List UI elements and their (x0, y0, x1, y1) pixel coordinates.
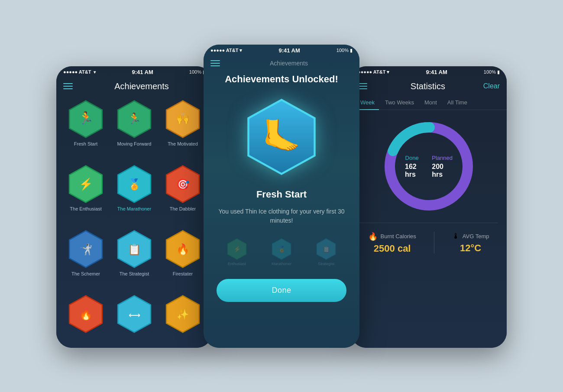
svg-text:🏃: 🏃 (128, 112, 141, 125)
stats-divider (359, 223, 498, 223)
label-the-schemer: The Schemer (71, 271, 100, 277)
faded-item-1: ⚡ Enthusiast (217, 238, 257, 266)
battery-center: 100% ▮ (337, 48, 353, 53)
battery-right: 100% ▮ (484, 69, 500, 75)
faded-label-3: Strategist (318, 262, 334, 266)
hamburger-line-c1 (210, 60, 220, 61)
hamburger-line-1 (63, 83, 73, 84)
label-the-marathoner: The Marathoner (117, 206, 151, 212)
metric-temp-header: 🌡 AVG Temp (452, 232, 489, 241)
label-the-enthusiast: The Enthusiast (70, 206, 101, 212)
badge-row4-3: ✨ (164, 295, 202, 333)
achievement-name: Fresh Start (256, 189, 307, 200)
label-the-dabbler: The Dabbler (170, 206, 196, 212)
hamburger-line-2 (63, 86, 73, 87)
achievement-row4-1[interactable]: 🔥 (65, 295, 107, 344)
svg-text:🏅: 🏅 (278, 246, 285, 253)
achievement-the-motivated[interactable]: 🙌 The Motivated (162, 100, 204, 158)
stats-header: Statistics Clear (351, 78, 507, 96)
hamburger-line-c2 (210, 63, 220, 64)
unlocked-header: Achievements (204, 56, 359, 69)
achievement-the-enthusiast[interactable]: ⚡ The Enthusiast (65, 165, 107, 223)
achievement-the-strategist[interactable]: 📋 The Strategist (113, 230, 155, 288)
svg-text:⟷: ⟷ (129, 310, 140, 320)
done-label: Done (405, 154, 419, 161)
progress-ring: Done 162 hrs Planned 200 hrs (381, 119, 476, 214)
label-the-strategist: The Strategist (120, 271, 149, 277)
achievement-row4-3[interactable]: ✨ (162, 295, 204, 344)
svg-text:🔥: 🔥 (176, 243, 190, 256)
planned-label: Planned (432, 154, 453, 161)
status-bar-left: ●●●●● AT&T ▾ 9:41 AM 100% ▮ (56, 66, 212, 78)
achievement-firestater[interactable]: 🔥 Firestater (162, 230, 204, 288)
carrier-center: ●●●●● AT&T ▾ (210, 48, 242, 53)
page-title-left: Achievements (78, 81, 205, 91)
label-the-motivated: The Motivated (168, 141, 198, 147)
calories-icon: 🔥 (368, 232, 378, 241)
tab-two-weeks[interactable]: Two Weeks (381, 96, 418, 110)
svg-text:🙌: 🙌 (176, 112, 190, 125)
achievement-row4-2[interactable]: ⟷ (113, 295, 155, 344)
faded-items: ⚡ Enthusiast 🏅 Marathoner (217, 238, 346, 266)
svg-text:🏅: 🏅 (128, 178, 141, 191)
faded-item-3: 📋 Strategist (306, 238, 346, 266)
achievement-the-dabbler[interactable]: 🎯 The Dabbler (162, 165, 204, 223)
metric-temp: 🌡 AVG Temp 12°C (452, 232, 489, 254)
badge-firestater: 🔥 (164, 230, 202, 268)
achievement-fresh-start[interactable]: 🏃 Fresh Start (65, 100, 107, 158)
svg-text:⚡: ⚡ (79, 177, 93, 191)
time-right: 9:41 AM (426, 69, 447, 75)
statistics-phone: ●●●●● AT&T ▾ 9:41 AM 100% ▮ Statistics C… (351, 66, 507, 348)
faded-label-2: Marathoner (272, 262, 291, 266)
hamburger-line-3 (63, 88, 73, 89)
done-button[interactable]: Done (217, 279, 346, 302)
svg-text:✨: ✨ (177, 308, 189, 321)
unlocked-main: Achievements Unlocked! 🦶 (204, 69, 359, 348)
big-achievement-badge: 🦶 (243, 98, 320, 176)
stats-page-title: Statistics (372, 81, 483, 91)
faded-label-1: Enthusiast (228, 262, 246, 266)
badge-the-strategist: 📋 (115, 230, 153, 268)
center-header-title: Achievements (225, 60, 353, 67)
badge-the-dabbler: 🎯 (164, 165, 202, 203)
metric-calories-header: 🔥 Burnt Calories (368, 232, 416, 241)
tab-all-time[interactable]: All Time (443, 96, 472, 110)
planned-value: 200 hrs (432, 162, 453, 178)
svg-text:⚡: ⚡ (233, 246, 241, 253)
clear-button[interactable]: Clear (483, 82, 500, 90)
achievement-the-schemer[interactable]: 🤺 The Schemer (65, 230, 107, 288)
achievement-desc: You used Thin Ice clothing for your very… (217, 207, 346, 225)
temp-label: AVG Temp (463, 233, 489, 240)
label-fresh-start: Fresh Start (74, 141, 97, 147)
time-left: 9:41 AM (132, 69, 153, 75)
stats-metrics: 🔥 Burnt Calories 2500 cal 🌡 AVG Temp 12°… (359, 232, 498, 254)
time-center: 9:41 AM (278, 47, 300, 54)
achievement-the-marathoner[interactable]: 🏅 The Marathoner (113, 165, 155, 223)
achievement-moving-forward[interactable]: 🏃 Moving Forward (113, 100, 155, 158)
badge-the-motivated: 🙌 (164, 100, 202, 138)
tab-mont[interactable]: Mont (420, 96, 441, 110)
hamburger-line-c3 (210, 65, 220, 66)
badge-moving-forward: 🏃 (115, 100, 153, 138)
badge-the-enthusiast: ⚡ (67, 165, 105, 203)
metrics-divider (434, 232, 434, 253)
done-value: 162 hrs (405, 162, 419, 178)
signal-left: ●●●●● AT&T (63, 69, 91, 75)
carrier-left: ●●●●● AT&T ▾ (63, 69, 96, 75)
menu-icon[interactable] (63, 83, 73, 89)
menu-icon-center[interactable] (210, 60, 220, 66)
stats-tabs: Week Two Weeks Mont All Time (351, 96, 507, 110)
status-bar-center: ●●●●● AT&T ▾ 9:41 AM 100% ▮ (204, 45, 359, 56)
label-firestater: Firestater (173, 271, 193, 277)
svg-text:🎯: 🎯 (176, 178, 190, 191)
label-moving-forward: Moving Forward (117, 141, 152, 147)
badge-the-schemer: 🤺 (67, 230, 105, 268)
faded-item-2: 🏅 Marathoner (261, 238, 301, 266)
svg-text:🤺: 🤺 (79, 243, 93, 256)
svg-text:🔥: 🔥 (79, 308, 93, 321)
svg-text:📋: 📋 (323, 246, 330, 253)
achievements-phone: ●●●●● AT&T ▾ 9:41 AM 100% ▮ Achievements (56, 66, 212, 348)
carrier-right: ●●●●● AT&T ▾ (358, 69, 389, 75)
badge-row4-1: 🔥 (67, 295, 105, 333)
achievements-grid: 🏃 Fresh Start 🏃 Moving Forward (56, 97, 212, 348)
